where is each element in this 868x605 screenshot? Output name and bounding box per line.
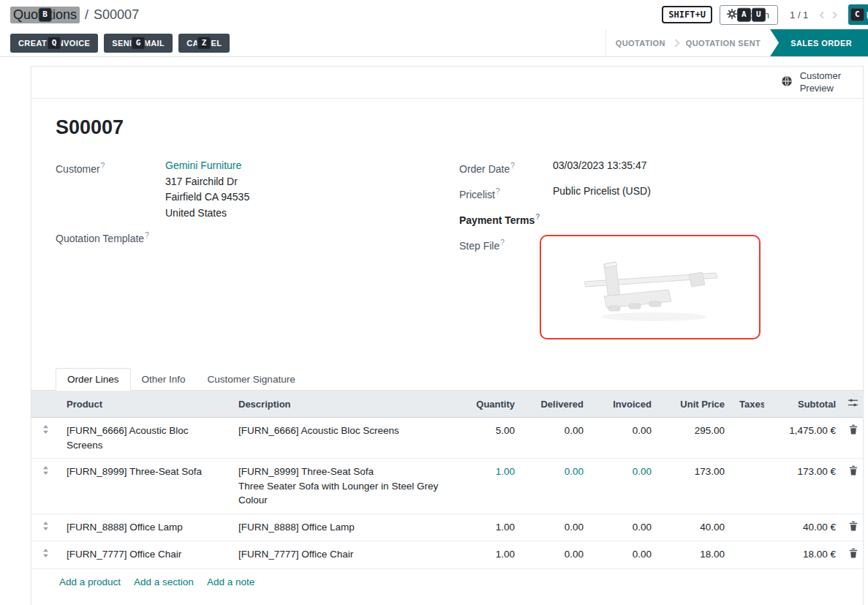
add-note-link[interactable]: Add a note bbox=[207, 576, 254, 587]
trash-icon[interactable] bbox=[848, 547, 858, 561]
trash-icon[interactable] bbox=[848, 424, 858, 437]
cell-taxes[interactable] bbox=[732, 418, 764, 459]
cell-description[interactable]: [FURN_8999] Three-Seat Sofa Three Seater… bbox=[231, 459, 456, 514]
add-section-link[interactable]: Add a section bbox=[134, 576, 194, 587]
action-menu-button[interactable]: Action A U bbox=[720, 5, 778, 25]
column-header-product: Product bbox=[59, 391, 231, 418]
keyboard-hint-badge: Q bbox=[48, 36, 61, 50]
delete-line[interactable] bbox=[843, 541, 863, 569]
cell-description[interactable]: [FURN_7777] Office Chair bbox=[231, 541, 456, 569]
pricelist-value[interactable]: Public Pricelist (USD) bbox=[553, 184, 651, 203]
add-product-link[interactable]: Add a product bbox=[59, 576, 121, 587]
gear-icon bbox=[727, 9, 737, 21]
customer-link[interactable]: Gemini Furniture bbox=[165, 159, 241, 171]
send-email-button[interactable]: SEND EMAIL G bbox=[104, 34, 173, 53]
cell-invoiced[interactable]: 0.00 bbox=[591, 459, 659, 514]
cell-quantity[interactable]: 1.00 bbox=[456, 541, 522, 569]
cell-unit-price[interactable]: 173.00 bbox=[659, 459, 732, 514]
delete-line[interactable] bbox=[843, 459, 863, 514]
payment-terms-label: Payment Terms? bbox=[459, 209, 553, 228]
fields-right-column: Order Date? 03/03/2023 13:35:47 Pricelis… bbox=[459, 158, 842, 346]
breadcrumb-separator: / bbox=[85, 7, 88, 23]
delete-line[interactable] bbox=[843, 514, 863, 541]
drag-handle[interactable] bbox=[31, 418, 59, 459]
cell-unit-price[interactable]: 40.00 bbox=[659, 514, 732, 541]
step-file-3d-preview[interactable] bbox=[540, 235, 761, 339]
order-line-row: [FURN_6666] Acoustic Bloc Screens [FURN_… bbox=[31, 418, 863, 459]
drag-handle-icon[interactable] bbox=[42, 521, 50, 533]
cancel-button[interactable]: CANCEL Z bbox=[178, 34, 230, 53]
optional-columns-toggle[interactable] bbox=[843, 391, 863, 418]
cell-subtotal: 40.00 € bbox=[764, 514, 843, 541]
breadcrumb: Quotations B / S00007 bbox=[10, 7, 139, 23]
pager-counter: 1 / 1 bbox=[790, 10, 808, 20]
cell-delivered[interactable]: 0.00 bbox=[522, 541, 591, 569]
stage-quotation-sent[interactable]: QUOTATION SENT bbox=[676, 29, 770, 56]
help-marker: ? bbox=[145, 231, 149, 239]
cell-quantity[interactable]: 1.00 bbox=[456, 459, 522, 514]
cell-product[interactable]: [FURN_7777] Office Chair bbox=[59, 541, 231, 569]
sliders-icon[interactable] bbox=[848, 397, 858, 410]
cell-taxes[interactable] bbox=[732, 541, 764, 569]
order-line-row: [FURN_8999] Three-Seat Sofa [FURN_8999] … bbox=[31, 459, 863, 514]
cell-unit-price[interactable]: 295.00 bbox=[659, 418, 732, 459]
order-date-field: Order Date? 03/03/2023 13:35:47 bbox=[459, 158, 842, 177]
cell-delivered[interactable]: 0.00 bbox=[522, 514, 591, 541]
keyboard-hint-badge: B bbox=[38, 8, 52, 22]
cell-invoiced[interactable]: 0.00 bbox=[591, 418, 659, 459]
cell-product[interactable]: [FURN_8888] Office Lamp bbox=[59, 514, 231, 541]
cell-quantity[interactable]: 1.00 bbox=[456, 514, 522, 541]
cell-delivered[interactable]: 0.00 bbox=[522, 459, 591, 514]
column-header-subtotal: Subtotal bbox=[764, 391, 843, 418]
breadcrumb-parent-link[interactable]: Quotations B bbox=[10, 7, 80, 23]
cell-quantity[interactable]: 5.00 bbox=[456, 418, 522, 459]
keyboard-hint-badge: U bbox=[752, 8, 766, 22]
order-lines-table: Product Description Quantity Delivered I… bbox=[31, 391, 863, 569]
customer-preview-button[interactable]: Customer Preview bbox=[780, 70, 841, 94]
cell-description[interactable]: [FURN_6666] Acoustic Bloc Screens bbox=[231, 418, 456, 459]
tab-customer-signature[interactable]: Customer Signature bbox=[197, 368, 306, 390]
cell-invoiced[interactable]: 0.00 bbox=[591, 541, 659, 569]
customer-preview-label-line1: Customer bbox=[800, 70, 841, 82]
customer-preview-label-line2: Preview bbox=[800, 83, 841, 94]
cell-unit-price[interactable]: 18.00 bbox=[659, 541, 732, 569]
cell-product[interactable]: [FURN_8999] Three-Seat Sofa bbox=[59, 459, 231, 514]
cell-product[interactable]: [FURN_6666] Acoustic Bloc Screens bbox=[59, 418, 231, 459]
drag-handle[interactable] bbox=[31, 514, 59, 541]
order-date-value[interactable]: 03/03/2023 13:35:47 bbox=[553, 158, 646, 177]
clipped-edge-button[interactable]: C l bbox=[848, 4, 868, 25]
drag-handle-icon[interactable] bbox=[42, 548, 50, 560]
quotation-template-field: Quotation Template? bbox=[56, 228, 459, 247]
drag-handle-icon[interactable] bbox=[42, 424, 50, 437]
pager-previous-button[interactable]: ‹ bbox=[815, 7, 828, 23]
3d-model-image bbox=[566, 244, 734, 331]
stage-sales-order[interactable]: SALES ORDER bbox=[770, 29, 868, 56]
help-marker: ? bbox=[510, 162, 515, 170]
create-invoice-button[interactable]: CREATE INVOICE Q bbox=[10, 34, 98, 53]
tab-order-lines[interactable]: Order Lines bbox=[56, 368, 131, 391]
delete-line[interactable] bbox=[843, 418, 863, 459]
globe-icon bbox=[780, 75, 793, 90]
drag-handle-icon[interactable] bbox=[42, 465, 50, 478]
customer-field-value[interactable]: Gemini Furniture 317 Fairchild Dr Fairfi… bbox=[165, 158, 249, 221]
table-header-row: Product Description Quantity Delivered I… bbox=[31, 391, 863, 418]
status-pipeline: QUOTATION QUOTATION SENT SALES ORDER bbox=[605, 29, 868, 56]
tab-other-info[interactable]: Other Info bbox=[131, 368, 197, 390]
order-line-row: [FURN_8888] Office Lamp [FURN_8888] Offi… bbox=[31, 514, 863, 541]
column-header-description: Description bbox=[231, 391, 456, 418]
trash-icon[interactable] bbox=[848, 465, 858, 478]
column-header-quantity: Quantity bbox=[456, 391, 522, 418]
keyboard-hint-badge: G bbox=[132, 36, 146, 50]
pager-next-button[interactable]: › bbox=[829, 7, 841, 23]
cell-delivered[interactable]: 0.00 bbox=[522, 418, 591, 459]
trash-icon[interactable] bbox=[848, 520, 858, 534]
cell-invoiced[interactable]: 0.00 bbox=[591, 514, 659, 541]
drag-handle[interactable] bbox=[31, 541, 59, 569]
list-footer-links: Add a product Add a section Add a note bbox=[31, 569, 863, 595]
page-title: S00007 bbox=[56, 116, 842, 139]
cell-taxes[interactable] bbox=[732, 514, 764, 541]
cell-description[interactable]: [FURN_8888] Office Lamp bbox=[231, 514, 456, 541]
stage-quotation[interactable]: QUOTATION bbox=[606, 29, 675, 56]
drag-handle[interactable] bbox=[31, 459, 59, 514]
cell-taxes[interactable] bbox=[732, 459, 764, 514]
